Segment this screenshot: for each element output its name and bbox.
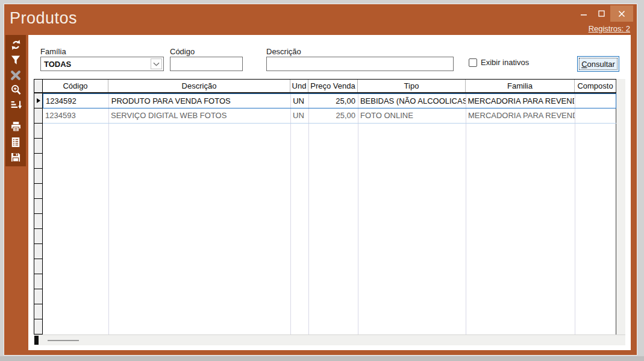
consultar-label: Consultar <box>581 60 615 69</box>
column-separator <box>358 93 358 334</box>
cell-codigo: 1234592 <box>43 94 109 108</box>
row-selector-cell <box>34 214 43 229</box>
refresh-icon <box>10 39 22 51</box>
row-selector-cell <box>34 93 43 108</box>
horizontal-scrollbar[interactable] <box>34 334 625 345</box>
report-button[interactable] <box>7 134 25 149</box>
print-button[interactable] <box>7 119 25 134</box>
grid-header-und[interactable]: Und <box>290 80 308 92</box>
close-icon <box>618 10 625 17</box>
row-selector-cell <box>34 108 43 124</box>
checkbox-box-icon <box>469 58 477 67</box>
sort-button[interactable] <box>7 98 25 113</box>
titlebar: Produtos Registros: 2 <box>4 4 637 35</box>
row-selector-cell <box>34 229 43 244</box>
column-separator <box>108 93 109 334</box>
cell-familia: MERCADORIA PARA REVENDA <box>466 94 575 108</box>
grid-header-preco-venda[interactable]: Preço Venda <box>308 80 358 92</box>
row-selector-cell <box>34 274 43 289</box>
cell-codigo: 1234593 <box>43 108 108 123</box>
row-selector-cell <box>34 199 43 214</box>
clear-x-icon <box>10 69 22 81</box>
grid-header-familia[interactable]: Familia <box>466 80 575 92</box>
page-title: Produtos <box>10 9 77 28</box>
cell-tipo: BEBIDAS (NÃO ALCOOLICAS) <box>358 94 466 108</box>
grid-header-row: Código Descrição Und Preço Venda Tipo Fa… <box>34 79 616 93</box>
cell-composto <box>574 94 616 108</box>
sort-icon <box>10 99 22 111</box>
column-separator <box>466 93 466 334</box>
vertical-scrollbar[interactable] <box>616 79 625 334</box>
row-selector-cell <box>34 124 43 139</box>
maximize-button[interactable] <box>593 5 610 22</box>
grid-header-tipo[interactable]: Tipo <box>358 80 466 92</box>
cell-descricao: PRODUTO PARA VENDA FOTOS <box>109 94 290 108</box>
grid-header-descricao[interactable]: Descrição <box>108 80 290 92</box>
save-icon <box>10 151 22 163</box>
search-zoom-icon <box>10 84 22 96</box>
cell-preco-venda: 25,00 <box>308 108 358 123</box>
grid-header-selector <box>34 80 43 92</box>
maximize-icon <box>598 10 605 17</box>
cell-preco-venda: 25,00 <box>308 94 358 108</box>
desktop-bottom-strip <box>0 356 644 361</box>
scrollbar-thumb[interactable] <box>48 340 79 341</box>
row-selector-cell <box>34 169 43 184</box>
descricao-input[interactable] <box>266 57 454 71</box>
row-selector-column <box>34 93 43 334</box>
grid-header-composto[interactable]: Composto <box>575 80 616 92</box>
row-selector-cell <box>34 304 43 319</box>
table-row[interactable]: 1234592 PRODUTO PARA VENDA FOTOS UN 25,0… <box>43 93 616 108</box>
descricao-label: Descrição <box>266 48 310 57</box>
row-selector-cell <box>34 244 43 259</box>
row-selector-cell <box>34 184 43 199</box>
row-selector-cell <box>34 289 43 304</box>
familia-label: Família <box>40 48 75 57</box>
exibir-inativos-label: Exibir inativos <box>481 58 529 67</box>
produtos-window: Produtos Registros: 2 <box>4 4 637 356</box>
minimize-button[interactable] <box>575 5 593 22</box>
cell-und: UN <box>290 94 308 108</box>
content-panel: Família TODAS Código Descrição Exibir in… <box>28 35 631 350</box>
minimize-icon <box>581 10 587 17</box>
familia-dropdown-button[interactable] <box>151 58 162 69</box>
registros-link[interactable]: Registros: 2 <box>589 24 630 33</box>
scrollbar-left-block <box>34 336 39 345</box>
save-button[interactable] <box>7 149 25 165</box>
column-separator <box>290 93 291 334</box>
cell-familia: MERCADORIA PARA REVENDA <box>466 108 575 123</box>
search-button[interactable] <box>7 83 25 98</box>
table-row[interactable]: 1234593 SERVIÇO DIGITAL WEB FOTOS UN 25,… <box>43 108 616 124</box>
column-separator <box>575 93 575 334</box>
clear-button[interactable] <box>7 67 25 83</box>
row-selector-cell <box>34 139 43 154</box>
familia-selected-value: TODAS <box>41 60 151 69</box>
codigo-input[interactable] <box>170 57 243 71</box>
grid-body: 1234592 PRODUTO PARA VENDA FOTOS UN 25,0… <box>34 93 616 334</box>
print-icon <box>10 121 22 133</box>
window-controls <box>575 5 633 22</box>
consultar-button[interactable]: Consultar <box>577 56 619 72</box>
cell-composto <box>575 108 616 123</box>
chevron-down-icon <box>153 62 160 66</box>
filter-icon <box>10 54 22 66</box>
exibir-inativos-checkbox[interactable]: Exibir inativos <box>469 58 529 67</box>
side-toolbar <box>5 35 26 166</box>
cell-descricao: SERVIÇO DIGITAL WEB FOTOS <box>108 108 290 123</box>
row-selector-cell <box>34 154 43 169</box>
cell-tipo: FOTO ONLINE <box>358 108 466 123</box>
report-icon <box>10 136 22 148</box>
codigo-label: Código <box>170 48 203 57</box>
familia-select[interactable]: TODAS <box>40 57 164 71</box>
refresh-button[interactable] <box>7 37 25 52</box>
products-grid: Código Descrição Und Preço Venda Tipo Fa… <box>34 79 625 345</box>
row-selector-cell <box>34 319 43 334</box>
row-selector-cell <box>34 259 43 274</box>
filter-button[interactable] <box>7 52 25 67</box>
column-separator <box>308 93 309 334</box>
close-button[interactable] <box>610 5 633 22</box>
cell-und: UN <box>290 108 308 123</box>
grid-header-codigo[interactable]: Código <box>43 80 108 92</box>
current-row-pointer-icon <box>37 98 40 103</box>
